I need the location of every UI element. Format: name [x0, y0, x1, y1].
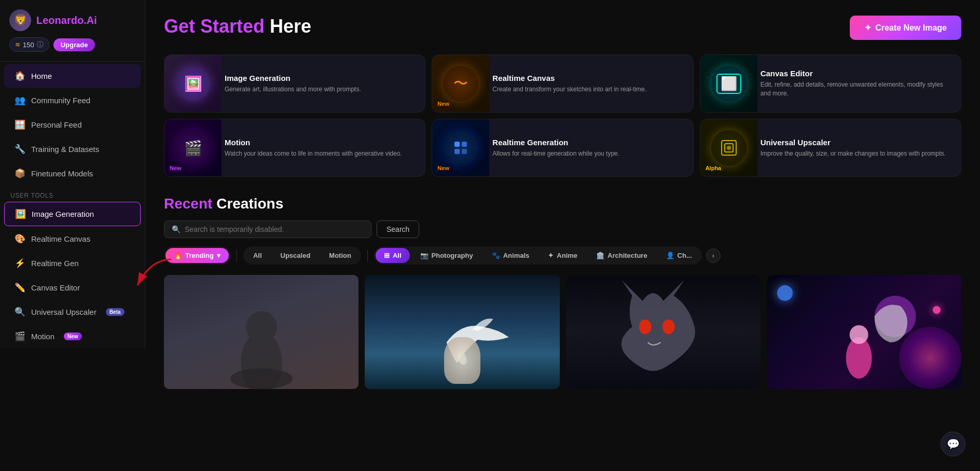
canvas-editor-icon: ✏️ [15, 282, 25, 293]
grid-icon: ⊞ [384, 252, 390, 259]
photography-icon: 📷 [420, 252, 429, 259]
svg-point-12 [639, 320, 651, 334]
filter-trending[interactable]: 🔥 Trending ▾ [165, 248, 229, 263]
filter-anime[interactable]: ✦ Anime [540, 248, 586, 263]
sidebar-item-motion-label: Motion [31, 332, 54, 341]
motion-card-icon: 🎬 [175, 130, 211, 165]
filter-photography-label: Photography [432, 252, 473, 259]
card-title-realtime-gen: Realtime Generation [492, 138, 685, 147]
svg-point-13 [662, 320, 674, 334]
main-content: Get Started Here ✦ Create New Image 🖼️ I… [145, 0, 980, 471]
svg-point-7 [727, 146, 731, 150]
card-badge-upscaler: Alpha [706, 165, 722, 171]
finetuned-icon: 📦 [15, 168, 25, 179]
filter-photography[interactable]: 📷 Photography [412, 248, 481, 263]
trending-group: 🔥 Trending ▾ [164, 246, 230, 265]
create-btn-icon: ✦ [864, 23, 871, 33]
card-motion[interactable]: 🎬 Motion Watch your ideas come to life i… [164, 119, 425, 177]
card-desc-image-generation: Generate art, illustrations and more wit… [225, 85, 418, 94]
card-realtime-canvas[interactable]: 〜 Realtime Canvas Create and transform y… [432, 54, 693, 113]
filter-anime-label: Anime [557, 252, 577, 259]
realtime-canvas-card-icon: 〜 [443, 66, 478, 101]
filter-upscaled[interactable]: Upscaled [272, 248, 319, 263]
card-universal-upscaler[interactable]: Universal Upscaler Improve the quality, … [700, 119, 961, 177]
recent-title-highlight: Recent [164, 196, 212, 212]
filter-all-2[interactable]: ⊞ All [376, 248, 410, 263]
filter-architecture[interactable]: 🏛️ Architecture [588, 248, 656, 263]
sidebar-item-realtime-canvas-label: Realtime Canvas [31, 234, 90, 243]
svg-point-10 [230, 368, 293, 389]
sidebar-item-finetuned-label: Finetuned Models [31, 169, 93, 178]
image-card-3[interactable] [566, 275, 761, 389]
filter-scroll-right-button[interactable]: › [706, 248, 721, 263]
sidebar-item-home-label: Home [31, 72, 52, 80]
card-desc-realtime-gen: Allows for real-time generation while yo… [492, 149, 685, 158]
image-generation-card-icon: 🖼️ [175, 66, 211, 101]
svg-rect-1 [454, 142, 460, 147]
credits-badge: ≋ 150 ⓘ [9, 37, 49, 52]
sidebar-item-realtime-canvas[interactable]: 🎨 Realtime Canvas [4, 227, 141, 251]
canvas-editor-card-icon: ⬜ [711, 66, 747, 101]
sidebar-item-finetuned-models[interactable]: 📦 Finetuned Models [4, 162, 141, 185]
logo-text: Leonardo.Ai [36, 15, 97, 26]
card-realtime-generation[interactable]: Realtime Generation Allows for real-time… [432, 119, 693, 177]
card-desc-realtime-canvas: Create and transform your sketches into … [492, 85, 685, 94]
sidebar-item-training-datasets[interactable]: 🔧 Training & Datasets [4, 137, 141, 161]
filter-all-1[interactable]: All [245, 248, 270, 263]
card-canvas-editor[interactable]: ⬜ Canvas Editor Edit, refine, add detail… [700, 54, 961, 113]
filter-group-2: ⊞ All 📷 Photography 🐾 Animals ✦ Anime 🏛️… [374, 246, 702, 265]
sidebar-item-personal-feed[interactable]: 🪟 Personal Feed [4, 113, 141, 136]
page-title-highlight: Get Started [164, 16, 265, 37]
recent-creations-title: Recent Creations [164, 196, 961, 212]
sidebar-item-canvas-editor-label: Canvas Editor [31, 283, 80, 292]
sidebar-item-universal-upscaler[interactable]: 🔍 Universal Upscaler Beta [4, 300, 141, 324]
sidebar-item-realtime-gen-label: Realtime Gen [31, 259, 79, 268]
sidebar-item-image-generation[interactable]: 🖼️ Image Generation [4, 202, 141, 226]
create-btn-label: Create New Image [875, 23, 947, 33]
image-generation-icon: 🖼️ [15, 209, 25, 219]
architecture-icon: 🏛️ [596, 252, 604, 259]
svg-point-9 [246, 311, 277, 342]
chat-fab-button[interactable]: 💬 [941, 432, 965, 456]
realtime-gen-icon: ⚡ [15, 258, 25, 269]
search-button[interactable]: Search [377, 220, 419, 238]
animals-icon: 🐾 [492, 252, 500, 259]
trending-label: Trending [185, 252, 214, 259]
search-input[interactable] [185, 225, 364, 233]
coin-icon: ≋ [15, 41, 20, 48]
sidebar-item-community-feed[interactable]: 👥 Community Feed [4, 89, 141, 112]
card-image-generation[interactable]: 🖼️ Image Generation Generate art, illust… [164, 54, 425, 113]
sidebar-item-home[interactable]: 🏠 Home [4, 64, 141, 88]
filter-all-2-label: All [393, 252, 402, 259]
feature-cards-grid: 🖼️ Image Generation Generate art, illust… [164, 54, 961, 177]
sidebar-item-motion[interactable]: 🎬 Motion New [4, 325, 141, 348]
sidebar-item-canvas-editor[interactable]: ✏️ Canvas Editor [4, 276, 141, 299]
sidebar-item-community-feed-label: Community Feed [31, 96, 90, 105]
fire-icon: 🔥 [174, 252, 182, 259]
filter-motion[interactable]: Motion [321, 248, 360, 263]
image-card-2[interactable] [365, 275, 559, 389]
anime-icon: ✦ [548, 252, 554, 259]
credits-amount: 150 [23, 41, 34, 49]
card-content-upscaler: Universal Upscaler Improve the quality, … [757, 131, 961, 165]
upgrade-button[interactable]: Upgrade [53, 38, 95, 51]
logo-avatar: 🦁 [9, 9, 31, 31]
sidebar-item-universal-upscaler-label: Universal Upscaler [31, 308, 96, 316]
chat-icon: 💬 [947, 438, 960, 450]
home-icon: 🏠 [15, 71, 25, 81]
new-badge: New [64, 333, 82, 340]
sidebar-item-realtime-gen[interactable]: ⚡ Realtime Gen [4, 252, 141, 275]
image-card-1[interactable] [164, 275, 358, 389]
card-badge-motion: New [170, 165, 182, 171]
card-desc-canvas-editor: Edit, refine, add details, remove unwant… [761, 80, 954, 98]
card-icon-area-image-generation: 🖼️ [164, 55, 222, 112]
filter-animals-label: Animals [503, 252, 530, 259]
filter-characters[interactable]: 👤 Ch... [658, 248, 700, 263]
filter-row: 🔥 Trending ▾ All Upscaled Motion ⊞ All 📷… [164, 246, 961, 265]
card-content-motion: Motion Watch your ideas come to life in … [222, 131, 425, 165]
filter-group-1: All Upscaled Motion [243, 246, 361, 265]
filter-animals[interactable]: 🐾 Animals [484, 248, 538, 263]
image-card-4[interactable] [767, 275, 961, 389]
card-title-canvas-editor: Canvas Editor [761, 69, 954, 78]
create-new-image-button[interactable]: ✦ Create New Image [850, 16, 961, 40]
